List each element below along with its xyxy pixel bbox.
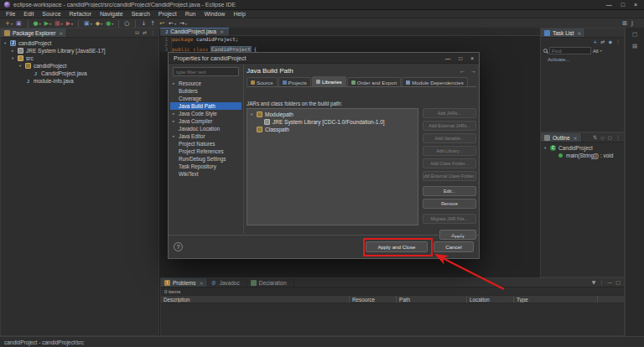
expand-icon[interactable]: ▾ bbox=[12, 56, 18, 60]
new-class-icon[interactable]: ●▾ bbox=[104, 19, 115, 28]
save-icon[interactable]: ▣ bbox=[14, 19, 24, 28]
tab-outline[interactable]: Outline × bbox=[541, 133, 582, 142]
forward-icon[interactable]: → bbox=[470, 68, 476, 74]
menu-item[interactable]: Window bbox=[200, 11, 229, 17]
close-view-icon[interactable]: × bbox=[574, 135, 578, 141]
expand-icon[interactable]: ▸ bbox=[173, 111, 179, 116]
view-menu-icon[interactable]: ⋮ bbox=[150, 30, 155, 35]
column-header[interactable]: Type bbox=[514, 296, 598, 303]
jar-action-button[interactable]: Remove bbox=[423, 199, 476, 209]
new-java-project-icon[interactable]: ▣▾ bbox=[82, 19, 94, 28]
jar-tree-item[interactable]: JRE System Library [CDC-1.0/Foundation-1… bbox=[247, 118, 418, 126]
category-item[interactable]: Java Build Path bbox=[170, 102, 242, 110]
hide-fields-icon[interactable]: ◇ bbox=[600, 135, 605, 140]
build-path-tab[interactable]: Module Dependencies bbox=[402, 77, 468, 86]
window-close-button[interactable]: × bbox=[634, 2, 637, 8]
build-path-tab[interactable]: Source bbox=[247, 77, 278, 86]
collapse-all-icon[interactable]: ⊟ bbox=[135, 30, 139, 35]
jar-tree-item[interactable]: Classpath bbox=[247, 126, 418, 133]
categorized-icon[interactable]: ◆ bbox=[608, 39, 612, 44]
jar-tree-item[interactable]: ▾ Modulepath bbox=[247, 111, 418, 118]
tab-task-list[interactable]: Task List × bbox=[541, 28, 585, 37]
previous-annotation-icon[interactable]: ↑ bbox=[148, 19, 158, 28]
column-header[interactable]: Description bbox=[161, 296, 350, 303]
build-path-tab[interactable]: Libraries bbox=[312, 76, 346, 86]
filter-icon[interactable]: ▼ bbox=[592, 280, 596, 285]
category-item[interactable]: Project Natures bbox=[170, 140, 242, 148]
close-view-icon[interactable]: × bbox=[199, 280, 203, 286]
category-item[interactable]: Builders bbox=[170, 87, 242, 95]
search-icon[interactable]: ○ bbox=[122, 19, 132, 28]
close-view-icon[interactable]: × bbox=[59, 30, 63, 36]
expand-icon[interactable]: ▸ bbox=[173, 119, 179, 123]
close-view-icon[interactable]: × bbox=[577, 30, 581, 36]
jar-action-button[interactable]: Edit... bbox=[423, 186, 476, 196]
column-header[interactable]: Path bbox=[397, 296, 467, 303]
menu-item[interactable]: File bbox=[2, 11, 19, 17]
window-maximize-button[interactable]: □ bbox=[621, 2, 625, 8]
java-perspective-icon[interactable]: J bbox=[630, 19, 636, 28]
new-package-icon[interactable]: ◆▾ bbox=[94, 19, 104, 28]
jar-action-button[interactable]: Migrate JAR File... bbox=[423, 214, 476, 224]
activate-link[interactable]: Activate... bbox=[541, 55, 624, 62]
window-minimize-button[interactable]: — bbox=[606, 2, 612, 8]
expand-icon[interactable]: ▸ bbox=[173, 134, 179, 138]
jar-action-button[interactable]: Add Library... bbox=[423, 146, 476, 156]
tree-item[interactable]: main(String[]) : void bbox=[541, 152, 624, 159]
new-wizard-icon[interactable]: +▾ bbox=[3, 19, 14, 28]
menu-item[interactable]: Source bbox=[38, 11, 65, 17]
minimized-view-icon[interactable]: □ bbox=[632, 31, 637, 38]
jar-action-button[interactable]: Add Variable... bbox=[423, 133, 476, 143]
back-icon[interactable]: ← bbox=[460, 68, 465, 74]
build-path-tab[interactable]: Projects bbox=[278, 77, 311, 86]
maximize-icon[interactable]: □ bbox=[615, 280, 621, 285]
dialog-maximize-button[interactable]: □ bbox=[459, 55, 462, 61]
run-icon[interactable]: ▶▾ bbox=[43, 19, 53, 28]
menu-item[interactable]: Help bbox=[229, 11, 249, 17]
view-tab[interactable]: Declaration bbox=[247, 278, 294, 287]
link-with-editor-icon[interactable]: ⇄ bbox=[143, 30, 147, 35]
code-area[interactable]: 1package candidProject;23public class Ca… bbox=[160, 36, 540, 52]
category-item[interactable]: Task Repository bbox=[170, 163, 242, 170]
minimized-view-icon[interactable]: ▤ bbox=[632, 43, 637, 49]
close-editor-icon[interactable]: × bbox=[220, 28, 224, 34]
synchronize-icon[interactable]: ⇄ bbox=[600, 39, 605, 44]
menu-item[interactable]: Search bbox=[127, 11, 154, 17]
dialog-close-button[interactable]: × bbox=[470, 55, 474, 61]
last-edit-location-icon[interactable]: ↩ bbox=[158, 19, 167, 28]
category-item[interactable]: Project References bbox=[170, 148, 242, 155]
menu-item[interactable]: Refactor bbox=[65, 11, 96, 17]
jar-action-button[interactable]: Add External JARs... bbox=[423, 121, 476, 131]
find-input[interactable] bbox=[549, 47, 591, 54]
column-header[interactable]: Location bbox=[467, 296, 514, 303]
expand-icon[interactable]: ▸ bbox=[12, 49, 18, 53]
menu-item[interactable]: Navigate bbox=[96, 11, 127, 17]
jar-action-button[interactable]: Add JARs... bbox=[423, 108, 476, 118]
view-tab[interactable]: ! Problems × bbox=[161, 278, 208, 287]
tree-item[interactable]: ▸ JRE System Library [JavaSE-17] bbox=[1, 47, 158, 54]
category-item[interactable]: ▸ Java Code Style bbox=[170, 110, 242, 117]
expand-icon[interactable]: ▸ bbox=[173, 81, 179, 85]
next-annotation-icon[interactable]: ↓ bbox=[139, 19, 148, 28]
jar-action-button[interactable]: Add Class Folder... bbox=[423, 158, 476, 168]
open-perspective-icon[interactable]: ⊞ bbox=[621, 19, 630, 28]
tree-item[interactable]: ▾ J candidProject bbox=[1, 39, 158, 47]
editor-tab[interactable]: J CandidProject.java × bbox=[160, 28, 230, 35]
debug-icon[interactable]: ●▾ bbox=[32, 19, 43, 28]
external-tools-icon[interactable]: ▶▾ bbox=[65, 19, 75, 28]
column-header[interactable]: Resource bbox=[350, 296, 397, 303]
category-item[interactable]: Coverage bbox=[170, 95, 242, 102]
expand-icon[interactable]: ▾ bbox=[19, 64, 25, 68]
category-item[interactable]: ▸ Java Compiler bbox=[170, 117, 242, 125]
new-task-icon[interactable]: + bbox=[593, 39, 597, 44]
menu-item[interactable]: Project bbox=[154, 11, 181, 17]
coverage-icon[interactable]: ▦▾ bbox=[53, 19, 65, 28]
jar-action-button[interactable]: Add External Class Folder... bbox=[423, 171, 476, 181]
category-item[interactable]: WikiText bbox=[170, 170, 242, 178]
category-item[interactable]: Javadoc Location bbox=[170, 125, 242, 132]
expand-icon[interactable]: ▾ bbox=[251, 112, 257, 117]
minimize-icon[interactable]: — bbox=[607, 280, 612, 285]
build-path-tab[interactable]: Order and Export bbox=[347, 77, 401, 86]
tab-package-explorer[interactable]: Package Explorer × bbox=[1, 28, 67, 37]
view-tab[interactable]: @ Javadoc bbox=[208, 278, 247, 287]
